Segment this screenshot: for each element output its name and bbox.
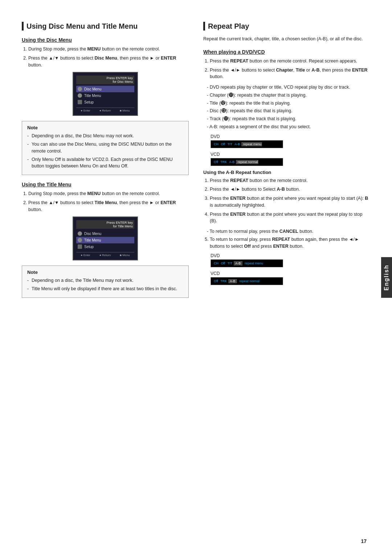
ab-step-5: To return to normal play, press REPEAT b…	[210, 236, 370, 250]
dvd-subnote-3: Title (⓬): repeats the title that is pla…	[207, 100, 370, 107]
dvd-ab-tit: TIT	[226, 262, 232, 265]
dvd-screen-1: CH Off TIT A-B repeat menu	[211, 140, 283, 148]
footer-enter: ● Enter	[81, 109, 90, 112]
dvd-subnotes: DVD repeats play by chapter or title, VC…	[203, 84, 370, 130]
dvd-ttl-opt: TIT	[226, 142, 232, 146]
dvd-active-opt: repeat menu	[241, 142, 262, 146]
title-menu-item-disc: Disc Menu	[76, 230, 134, 237]
ab-step-2: Press the ◄/► buttons to Select A-B butt…	[210, 186, 370, 193]
setup-icon	[78, 100, 82, 104]
disc-menu-screen: Press ENTER keyfor Disc Menu Disc Menu T…	[73, 72, 138, 116]
two-column-layout: Using Disc Menu and Title Menu Using the…	[22, 22, 370, 303]
disc-menu-item-title: Title Menu	[76, 92, 134, 99]
vcd-trk-opt: TRK	[220, 160, 227, 164]
page-container: English Using Disc Menu and Title Menu U…	[0, 0, 392, 555]
vcd-screen-1: Off TRK A-B repeat normal	[211, 158, 283, 166]
footer-menu: ■ Menu	[120, 109, 130, 112]
title-step-1: During Stop mode, press the MENU button …	[28, 190, 189, 197]
footer-menu2: ■ Menu	[120, 254, 130, 257]
title-menu-screen: Press ENTER keyfor Title Menu Disc Menu …	[73, 216, 138, 260]
disc-note-list: Depending on a disc, the Disc Menu may n…	[27, 133, 183, 170]
disc-screen-footer: ● Enter ● Return ■ Menu	[76, 108, 134, 112]
dvd-subnote-5: Track (⓫): repeats the track that is pla…	[207, 116, 370, 122]
title-menu-note: Note Depending on a disc, the Title Menu…	[22, 266, 189, 298]
dvd-subnote-2: Chapter (⓫): repeats the chapter that is…	[207, 92, 370, 99]
vcd-ab-off: Off	[214, 279, 219, 283]
ab-subtitle: Using the A-B Repeat function	[203, 170, 370, 175]
disc-note-item-1: Depending on a disc, the Disc Menu may n…	[27, 133, 183, 139]
dvd-step-2: Press the ◄/► buttons to select Chapter,…	[210, 67, 370, 81]
footer-return: ● Return	[99, 109, 111, 112]
title-note-item-2: Title Menu will only be displayed if the…	[27, 285, 183, 292]
disc-menu-item-setup: Setup	[76, 99, 134, 105]
dvd-subnote-4: Disc (⓭): repeats the disc that is playi…	[207, 108, 370, 114]
vcd-active-opt: repeat normal	[236, 160, 258, 164]
vcd-ab-trk: TRK	[220, 279, 227, 283]
dvd-display-section: DVD CH Off TIT A-B repeat menu	[211, 134, 370, 148]
ab-subnote-1: To return to normal play, press the CANC…	[207, 228, 370, 235]
vcd-display-ab: VCD Off TRK A-B repeat normal	[211, 271, 370, 285]
title-menu-subtitle: Using the Title Menu	[22, 182, 189, 187]
dvd-disc-opt: A-B	[234, 142, 240, 146]
left-column: Using Disc Menu and Title Menu Using the…	[22, 22, 189, 303]
dvd-screen-2: CH Off TIT A-B repeat menu	[211, 259, 283, 267]
title-icon2	[78, 238, 82, 242]
vcd-display-section: VCD Off TRK A-B repeat normal	[211, 152, 370, 166]
disc-menu-item-disc: Disc Menu	[76, 86, 134, 92]
title-note-item-1: Depending on a disc, the Title Menu may …	[27, 277, 183, 284]
disc-note-item-2: You can also use the Disc Menu, using th…	[27, 141, 183, 155]
right-section-title: Repeat Play	[203, 22, 370, 31]
dvd-subnote-1: DVD repeats play by chapter or title, VC…	[207, 84, 370, 91]
vcd-label: VCD	[211, 152, 370, 157]
dvd-step-1: Press the REPEAT button on the remote co…	[210, 58, 370, 65]
disc-note-item-3: Only Menu Off is available for VCD2.0. E…	[27, 156, 183, 170]
title-note-list: Depending on a disc, the Title Menu may …	[27, 277, 183, 292]
ab-subnotes: To return to normal play, press the CANC…	[203, 228, 370, 235]
vcd-ab-normal: repeat normal	[238, 279, 260, 283]
title-screen-header: Press ENTER keyfor Title Menu	[76, 220, 134, 229]
vcd-label-ab: VCD	[211, 271, 370, 276]
disc-menu-steps: During Stop mode, press the MENU button …	[22, 46, 189, 68]
left-section-title: Using Disc Menu and Title Menu	[22, 22, 189, 31]
title-menu-item-setup: Setup	[76, 243, 134, 250]
title-menu-steps: During Stop mode, press the MENU button …	[22, 190, 189, 213]
dvd-vcd-subtitle: When playing a DVD/VCD	[203, 49, 370, 55]
dvd-vcd-steps: Press the REPEAT button on the remote co…	[203, 58, 370, 80]
vcd-display-text: Off	[214, 160, 219, 164]
dvd-ab-active: A-B	[234, 261, 242, 266]
disc-icon	[78, 87, 82, 91]
footer-return2: ● Return	[99, 254, 111, 257]
title-screen-footer: ● Enter ● Return ■ Menu	[76, 252, 134, 257]
disc-icon2	[78, 231, 82, 236]
vcd-ab-active: A-B	[228, 279, 237, 283]
ab-step5-list: To return to normal play, press REPEAT b…	[203, 236, 370, 250]
page-number: 17	[361, 538, 367, 544]
title-menu-item-title: Title Menu	[76, 237, 134, 243]
disc-screen-header: Press ENTER keyfor Disc Menu	[76, 76, 134, 84]
title-icon	[78, 93, 82, 98]
dvd-ab-ch: CH	[214, 262, 220, 265]
title-step-2: Press the ▲/▼ buttons to select Title Me…	[28, 199, 189, 213]
dvd-display-text: CH	[214, 142, 220, 146]
dvd-ch-opt: Off	[221, 142, 225, 146]
dvd-label: DVD	[211, 134, 370, 139]
dvd-subnote-6: A-B: repeats a segment of the disc that …	[207, 123, 370, 130]
setup-icon2	[78, 244, 82, 249]
dvd-label-ab: DVD	[211, 253, 370, 258]
disc-step-2: Press the ▲/▼ buttons to select Disc Men…	[28, 55, 189, 69]
dvd-display-ab: DVD CH Off TIT A-B repeat menu	[211, 253, 370, 267]
ab-step-4: Press the ENTER button at the point wher…	[210, 211, 370, 225]
disc-menu-subtitle: Using the Disc Menu	[22, 37, 189, 43]
disc-note-title: Note	[27, 125, 183, 130]
footer-enter2: ● Enter	[81, 254, 90, 257]
vcd-screen-2: Off TRK A-B repeat normal	[211, 277, 283, 285]
ab-step-3: Press the ENTER button at the point wher…	[210, 195, 370, 209]
repeat-intro: Repeat the current track, chapter, title…	[203, 36, 370, 42]
disc-menu-note: Note Depending on a disc, the Disc Menu …	[22, 121, 189, 175]
ab-step-1: Press the REPEAT button on the remote co…	[210, 177, 370, 184]
dvd-ab-off: Off	[221, 262, 225, 265]
english-tab: English	[381, 257, 392, 298]
dvd-ab-menu: repeat menu	[244, 262, 263, 265]
ab-steps: Press the REPEAT button on the remote co…	[203, 177, 370, 225]
right-column: Repeat Play Repeat the current track, ch…	[203, 22, 370, 303]
